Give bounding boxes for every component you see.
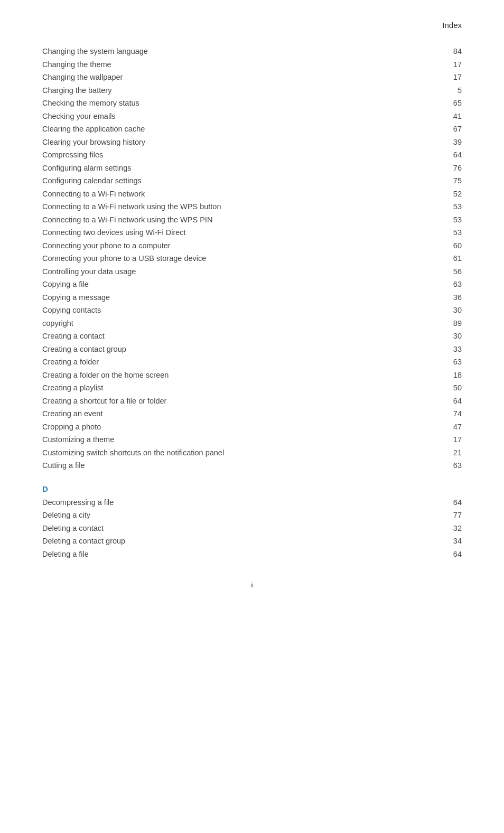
index-row: Creating a contact30 — [42, 330, 462, 343]
index-row: Copying a file63 — [42, 278, 462, 291]
entry-label: Connecting two devices using Wi-Fi Direc… — [42, 229, 446, 237]
entry-page: 30 — [446, 306, 462, 314]
entry-page: 30 — [446, 332, 462, 340]
entry-label: Clearing the application cache — [42, 125, 446, 133]
index-row: Deleting a contact32 — [42, 522, 462, 535]
index-table: Changing the system language84Changing t… — [42, 45, 462, 560]
entry-label: Changing the system language — [42, 48, 446, 55]
entry-label: Customizing switch shortcuts on the noti… — [42, 449, 446, 457]
entry-label: Creating a folder on the home screen — [42, 371, 446, 379]
entry-page: 50 — [446, 384, 462, 392]
entry-page: 65 — [446, 99, 462, 107]
entry-page: 75 — [446, 177, 462, 185]
entry-page: 67 — [446, 125, 462, 133]
index-row: Clearing your browsing history39 — [42, 136, 462, 149]
index-row: Connecting to a Wi-Fi network using the … — [42, 213, 462, 227]
entry-page: 17 — [446, 73, 462, 81]
index-row: Configuring calendar settings75 — [42, 174, 462, 188]
entry-page: 61 — [446, 255, 462, 263]
index-row: Compressing files64 — [42, 148, 462, 162]
index-row: Creating a contact group33 — [42, 343, 462, 356]
entry-label: Configuring alarm settings — [42, 164, 446, 172]
entry-label: Creating a folder — [42, 358, 446, 366]
index-row: Changing the wallpaper17 — [42, 71, 462, 84]
entry-page: 64 — [446, 499, 462, 507]
entry-page: 74 — [446, 410, 462, 418]
index-row: Creating a folder on the home screen18 — [42, 369, 462, 382]
entry-page: 63 — [446, 462, 462, 470]
entry-label: Connecting your phone to a USB storage d… — [42, 255, 446, 263]
entry-page: 60 — [446, 242, 462, 250]
entry-label: Cutting a file — [42, 462, 446, 470]
entry-label: Configuring calendar settings — [42, 177, 446, 185]
entry-label: Copying contacts — [42, 306, 446, 314]
entry-page: 41 — [446, 113, 462, 120]
entry-label: Clearing your browsing history — [42, 138, 446, 146]
entry-page: 77 — [446, 511, 462, 519]
index-row: Controlling your data usage56 — [42, 265, 462, 278]
index-row: Connecting to a Wi-Fi network using the … — [42, 200, 462, 213]
entry-page: 89 — [446, 320, 462, 327]
section-letter-d: D — [42, 485, 462, 493]
entry-page: 32 — [446, 525, 462, 532]
index-row: Deleting a city77 — [42, 509, 462, 522]
entry-label: Deleting a contact group — [42, 537, 446, 545]
entry-page: 56 — [446, 268, 462, 276]
entry-page: 17 — [446, 61, 462, 69]
entry-page: 39 — [446, 138, 462, 146]
entry-page: 53 — [446, 216, 462, 224]
entry-label: Customizing a theme — [42, 436, 446, 444]
index-row: Charging the battery5 — [42, 84, 462, 97]
entry-label: Connecting your phone to a computer — [42, 242, 446, 250]
entry-page: 36 — [446, 294, 462, 302]
entry-page: 52 — [446, 190, 462, 198]
entry-label: Deleting a city — [42, 511, 446, 519]
entry-label: Charging the battery — [42, 87, 446, 95]
index-row: copyright89 — [42, 317, 462, 330]
header-title: Index — [442, 21, 462, 30]
index-row: Connecting to a Wi-Fi network52 — [42, 188, 462, 201]
entry-label: Copying a file — [42, 280, 446, 288]
entry-page: 84 — [446, 48, 462, 55]
index-row: Checking the memory status65 — [42, 97, 462, 110]
entry-page: 53 — [446, 229, 462, 237]
entry-page: 76 — [446, 164, 462, 172]
index-row: Decompressing a file64 — [42, 496, 462, 509]
footer-page-number: ii — [250, 581, 254, 589]
index-row: Checking your emails41 — [42, 110, 462, 123]
index-row: Cropping a photo47 — [42, 420, 462, 434]
entry-page: 47 — [446, 423, 462, 431]
entry-label: Deleting a file — [42, 550, 446, 558]
entry-label: copyright — [42, 320, 446, 327]
entry-label: Connecting to a Wi-Fi network using the … — [42, 203, 446, 211]
entry-label: Deleting a contact — [42, 525, 446, 532]
index-row: Copying contacts30 — [42, 304, 462, 317]
entry-page: 53 — [446, 203, 462, 211]
index-row: Deleting a contact group34 — [42, 535, 462, 548]
entry-page: 64 — [446, 550, 462, 558]
index-row: Customizing a theme17 — [42, 433, 462, 446]
index-row: Deleting a file64 — [42, 548, 462, 561]
entry-label: Controlling your data usage — [42, 268, 446, 276]
entry-page: 21 — [446, 449, 462, 457]
index-row: Customizing switch shortcuts on the noti… — [42, 446, 462, 460]
entry-label: Decompressing a file — [42, 499, 446, 507]
entry-page: 34 — [446, 537, 462, 545]
page-footer: ii — [42, 582, 462, 588]
entry-label: Connecting to a Wi-Fi network — [42, 190, 446, 198]
entry-label: Cropping a photo — [42, 423, 446, 431]
entry-label: Creating an event — [42, 410, 446, 418]
index-row: Creating a playlist50 — [42, 381, 462, 395]
entry-label: Checking the memory status — [42, 99, 446, 107]
index-row: Cutting a file63 — [42, 459, 462, 472]
entry-page: 63 — [446, 280, 462, 288]
entry-label: Connecting to a Wi-Fi network using the … — [42, 216, 446, 224]
entry-label: Changing the theme — [42, 61, 446, 69]
entry-page: 64 — [446, 397, 462, 405]
index-row: Changing the theme17 — [42, 58, 462, 71]
index-row: Creating a shortcut for a file or folder… — [42, 395, 462, 408]
entry-page: 33 — [446, 345, 462, 353]
index-row: Changing the system language84 — [42, 45, 462, 58]
entry-label: Creating a contact — [42, 332, 446, 340]
entry-label: Changing the wallpaper — [42, 73, 446, 81]
